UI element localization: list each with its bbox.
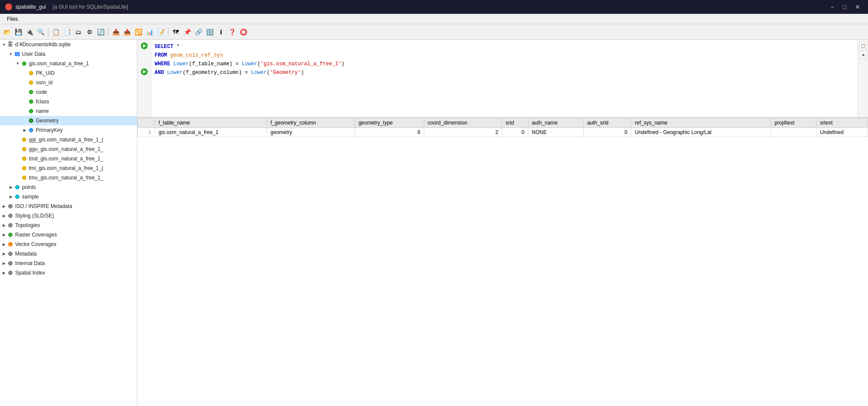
toolbar-btn-19[interactable]: ℹ bbox=[216, 27, 226, 37]
tmi-expand-icon: ▶ bbox=[15, 165, 21, 171]
results-area[interactable]: f_table_name f_geometry_column geometry_… bbox=[137, 118, 868, 406]
sidebar-item-fclass[interactable]: ▶ fclass bbox=[0, 97, 137, 106]
toolbar-btn-21[interactable]: ⭕ bbox=[238, 27, 248, 37]
toolbar-separator-1 bbox=[48, 28, 48, 36]
db-icon: 🗄 bbox=[7, 41, 14, 48]
toolbar-btn-save[interactable]: 💾 bbox=[13, 27, 23, 37]
sql-side-btn-copy[interactable]: 📋 bbox=[859, 42, 867, 49]
sql-run-btn-row4[interactable] bbox=[137, 67, 151, 76]
minimize-button[interactable]: − bbox=[828, 3, 836, 11]
sidebar-item-tmi[interactable]: ▶ tmi_gis.osm_natural_a_free_1_( bbox=[0, 163, 137, 173]
fclass-expand-icon: ▶ bbox=[22, 99, 28, 105]
ggi-expand-icon: ▶ bbox=[15, 137, 21, 143]
sidebar-item-internal[interactable]: ▶ Internal Data bbox=[0, 259, 137, 268]
col-header-srid[interactable]: srid bbox=[502, 118, 528, 128]
tmi-label: tmi_gis.osm_natural_a_free_1_( bbox=[29, 165, 103, 171]
col-header-geometry-type[interactable]: geometry_type bbox=[355, 118, 424, 128]
db-expand-icon: ▼ bbox=[1, 42, 7, 48]
toolbar-btn-16[interactable]: 📌 bbox=[182, 27, 192, 37]
sql-side-btn-clear[interactable]: ✕ bbox=[859, 51, 867, 59]
run-triangle-icon bbox=[143, 44, 146, 48]
name-label: name bbox=[36, 108, 49, 114]
sidebar-item-raster[interactable]: ▶ Raster Coverages bbox=[0, 230, 137, 240]
geometry-expand-icon: ▶ bbox=[22, 118, 28, 124]
maximize-button[interactable]: □ bbox=[840, 3, 849, 11]
col-header-f-table-name[interactable]: f_table_name bbox=[155, 118, 267, 128]
toolbar-btn-3[interactable]: 🔌 bbox=[24, 27, 35, 37]
metadata-label: Metadata bbox=[15, 251, 37, 257]
gis-table-expand-icon: ▼ bbox=[15, 61, 21, 67]
iso-icon bbox=[7, 203, 14, 210]
fclass-icon bbox=[28, 98, 35, 105]
internal-icon bbox=[7, 260, 14, 267]
sidebar-item-tmd[interactable]: ▶ tmd_gis.osm_natural_a_free_1_ bbox=[0, 154, 137, 163]
name-icon bbox=[28, 108, 35, 115]
osm-id-expand-icon: ▶ bbox=[22, 80, 28, 86]
menu-files[interactable]: Files bbox=[3, 15, 21, 23]
col-header-f-geometry-column[interactable]: f_geometry_column bbox=[267, 118, 355, 128]
sql-keyword-where: WHERE bbox=[155, 61, 170, 67]
topologies-label: Topologies bbox=[15, 222, 40, 228]
toolbar-btn-15[interactable]: 🗺 bbox=[171, 27, 181, 37]
toolbar-separator-3 bbox=[168, 28, 169, 36]
vector-expand-icon: ▶ bbox=[1, 241, 7, 247]
close-button[interactable]: ✕ bbox=[852, 3, 863, 11]
col-header-auth-name[interactable]: auth_name bbox=[528, 118, 583, 128]
sidebar-item-spatial-index[interactable]: ▶ Spatial Index bbox=[0, 268, 137, 278]
sql-run-button-2[interactable] bbox=[141, 68, 148, 75]
vector-label: Vector Coverages bbox=[15, 241, 56, 247]
col-header-auth-srid[interactable]: auth_srid bbox=[583, 118, 631, 128]
sidebar-item-code[interactable]: ▶ code bbox=[0, 87, 137, 97]
sidebar-item-userdata[interactable]: ▼ User Data bbox=[0, 49, 137, 59]
toolbar-btn-17[interactable]: 🔗 bbox=[193, 27, 203, 37]
db-root-node[interactable]: ▼ 🗄 d:¥Documents¥db.sqlite bbox=[0, 40, 137, 49]
toolbar-btn-open[interactable]: 📂 bbox=[2, 27, 12, 37]
cell-srtext: Undefined bbox=[816, 128, 868, 137]
toolbar-btn-4[interactable]: 🔍 bbox=[35, 27, 46, 37]
sidebar-item-sample[interactable]: ▶ sample bbox=[0, 192, 137, 201]
toolbar-btn-13[interactable]: 📊 bbox=[144, 27, 155, 37]
toolbar-btn-20[interactable]: ❓ bbox=[227, 27, 237, 37]
sidebar-item-ggu[interactable]: ▶ ggu_gis.osm_natural_a_free_1_ bbox=[0, 144, 137, 154]
col-header-srtext[interactable]: srtext bbox=[816, 118, 868, 128]
sidebar-item-ggi[interactable]: ▶ ggi_gis.osm_natural_a_free_1_( bbox=[0, 135, 137, 144]
toolbar-btn-10[interactable]: 📥 bbox=[111, 27, 121, 37]
sql-run-btn-row1[interactable] bbox=[137, 42, 151, 50]
col-header-ref-sys-name[interactable]: ref_sys_name bbox=[631, 118, 771, 128]
toolbar-btn-11[interactable]: 📤 bbox=[122, 27, 132, 37]
toolbar-btn-6[interactable]: 📑 bbox=[62, 27, 72, 37]
sidebar-item-osm-id[interactable]: ▶ osm_id bbox=[0, 78, 137, 87]
col-header-coord-dimension[interactable]: coord_dimension bbox=[424, 118, 502, 128]
sample-label: sample bbox=[22, 194, 39, 200]
col-header-proj4text[interactable]: proj4text bbox=[771, 118, 816, 128]
raster-icon bbox=[7, 231, 14, 238]
cell-auth-name: NONE bbox=[528, 128, 583, 137]
toolbar-btn-9[interactable]: 🔄 bbox=[95, 27, 106, 37]
sidebar-item-gis-table[interactable]: ▼ gis.osm_natural_a_free_1 bbox=[0, 59, 137, 68]
sidebar-item-styling[interactable]: ▶ Styling (SLD/SE) bbox=[0, 211, 137, 221]
toolbar-btn-5[interactable]: 📋 bbox=[51, 27, 61, 37]
toolbar-btn-7[interactable]: 🗂 bbox=[73, 27, 83, 37]
sql-star: * bbox=[176, 44, 179, 50]
sidebar-item-geometry[interactable]: ▶ Geometry bbox=[0, 116, 137, 125]
raster-label: Raster Coverages bbox=[15, 232, 57, 238]
sidebar-item-vector[interactable]: ▶ Vector Coverages bbox=[0, 240, 137, 249]
sidebar-item-pk-uid[interactable]: ▶ PK_UID bbox=[0, 68, 137, 78]
userdata-expand-icon: ▼ bbox=[8, 51, 14, 57]
sidebar-item-name[interactable]: ▶ name bbox=[0, 106, 137, 116]
sidebar-item-topologies[interactable]: ▶ Topologies bbox=[0, 221, 137, 230]
toolbar-btn-8[interactable]: ⚙ bbox=[84, 27, 95, 37]
sql-code-area[interactable]: SELECT * FROM geom_cols_ref_sys WHERE Lo… bbox=[151, 40, 858, 117]
sql-editor[interactable]: SELECT * FROM geom_cols_ref_sys WHERE Lo… bbox=[137, 40, 868, 118]
toolbar-btn-12[interactable]: 🔁 bbox=[133, 27, 143, 37]
sidebar-item-points[interactable]: ▶ points bbox=[0, 182, 137, 192]
spatial-index-expand-icon: ▶ bbox=[1, 270, 7, 276]
sidebar-item-tmu[interactable]: ▶ tmu_gis.osm_natural_a_free_1_ bbox=[0, 173, 137, 182]
sidebar-tree[interactable]: ▼ 🗄 d:¥Documents¥db.sqlite ▼ User Data ▼… bbox=[0, 40, 137, 406]
sidebar-item-metadata[interactable]: ▶ Metadata bbox=[0, 249, 137, 259]
sql-run-button[interactable] bbox=[141, 42, 148, 49]
sidebar-item-primarykey[interactable]: ▶ PrimaryKey bbox=[0, 125, 137, 135]
toolbar-btn-18[interactable]: 🔢 bbox=[204, 27, 215, 37]
toolbar-btn-14[interactable]: 📝 bbox=[156, 27, 166, 37]
sidebar-item-iso-metadata[interactable]: ▶ ISO / INSPIRE Metadata bbox=[0, 201, 137, 211]
